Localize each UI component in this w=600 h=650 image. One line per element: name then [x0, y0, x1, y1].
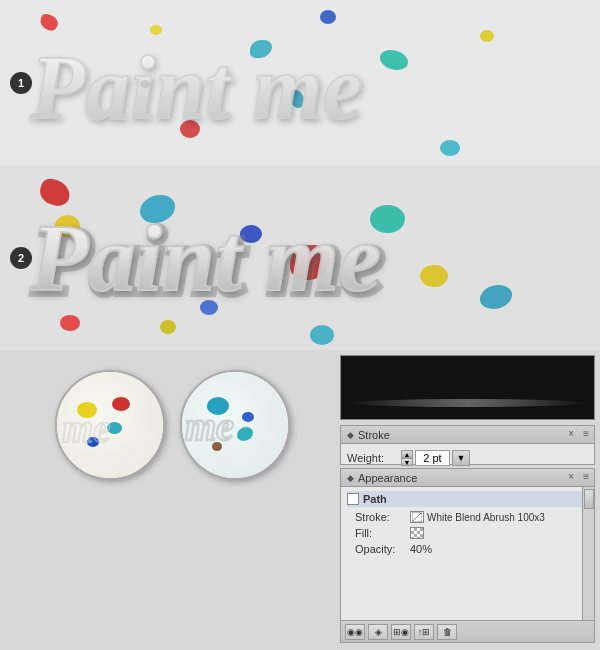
weight-control: ▲ ▼ ▼: [401, 450, 470, 466]
stroke-panel-title: Stroke: [358, 429, 390, 441]
opacity-prop-value: 40%: [410, 543, 432, 555]
appearance-panel-header: ◆ Appearance × ≡: [341, 469, 594, 487]
stroke-prop-label: Stroke:: [355, 511, 410, 523]
stroke-prop-value: White Blend Abrush 100x3: [410, 511, 545, 523]
appearance-diamond-icon: ◆: [347, 473, 354, 483]
black-brush-area: [340, 355, 595, 420]
brush-stroke-line: [351, 399, 584, 407]
svg-text:me: me: [185, 404, 234, 449]
fill-prop-label: Fill:: [355, 527, 410, 539]
step-1-badge: 1: [10, 72, 32, 94]
circle-svg-2: me: [182, 372, 288, 478]
right-panel-area: ◆ Stroke × ≡ Weight: ▲ ▼: [335, 350, 600, 650]
step-2-badge: 2: [10, 247, 32, 269]
toolbar-duplicate-btn[interactable]: ⊞◉: [391, 624, 411, 640]
weight-label: Weight:: [347, 452, 397, 464]
svg-text:Paint me: Paint me: [29, 38, 363, 137]
stroke-diamond-icon: ◆: [347, 430, 354, 440]
stroke-swatch[interactable]: [410, 511, 424, 523]
path-row: Path: [347, 491, 588, 507]
paint-text-1: Paint me: [20, 18, 580, 148]
stroke-swatch-icon: [412, 512, 422, 522]
stroke-panel-close[interactable]: ×: [568, 428, 574, 439]
svg-text:Paint me: Paint me: [29, 205, 381, 311]
toolbar-move-up-btn[interactable]: ↑⊞: [414, 624, 434, 640]
circle-preview-2: me: [180, 370, 290, 480]
fill-swatch[interactable]: [410, 527, 424, 539]
weight-down-btn[interactable]: ▼: [401, 458, 413, 466]
stroke-value-text: White Blend Abrush 100x3: [427, 512, 545, 523]
opacity-property-row: Opacity: 40%: [347, 541, 588, 557]
appearance-panel-toolbar: ◉◉ ◈ ⊞◉ ↑⊞ 🗑: [341, 620, 594, 642]
weight-input[interactable]: [415, 450, 450, 466]
opacity-prop-label: Opacity:: [355, 543, 410, 555]
main-content: 思缘设计论坛 www.MISSVUAN.COM Pai: [0, 0, 600, 650]
circle-preview-1: me: [55, 370, 165, 480]
bottom-section: me me: [0, 350, 600, 650]
appearance-panel-close[interactable]: ×: [568, 471, 574, 482]
stroke-panel: ◆ Stroke × ≡ Weight: ▲ ▼: [340, 425, 595, 465]
stroke-weight-row: Weight: ▲ ▼ ▼: [347, 448, 588, 468]
circle-inner-2: me: [182, 372, 288, 478]
appearance-panel-body: Path Stroke: White Blend: [341, 487, 594, 561]
step-2-section: Paint me Paint me 2: [0, 165, 600, 350]
toolbar-fx-btn[interactable]: ◈: [368, 624, 388, 640]
fill-property-row: Fill:: [347, 525, 588, 541]
fill-prop-value: [410, 527, 424, 539]
paint-text-2: Paint me Paint me: [20, 187, 580, 327]
toolbar-delete-btn[interactable]: 🗑: [437, 624, 457, 640]
step-1-section: Paint me 1: [0, 0, 600, 165]
weight-up-btn[interactable]: ▲: [401, 450, 413, 458]
stroke-property-row: Stroke: White Blend Abrush 100x3: [347, 509, 588, 525]
path-label: Path: [363, 493, 387, 505]
appearance-panel-menu[interactable]: ≡: [583, 471, 589, 482]
circle-svg-1: me: [57, 372, 163, 478]
splat: [310, 325, 334, 345]
svg-text:me: me: [62, 406, 111, 451]
circle-inner-1: me: [57, 372, 163, 478]
toolbar-visibility-btn[interactable]: ◉◉: [345, 624, 365, 640]
appearance-panel-title: Appearance: [358, 472, 417, 484]
stroke-panel-menu[interactable]: ≡: [583, 428, 589, 439]
scroll-track[interactable]: [582, 487, 594, 620]
stroke-panel-header: ◆ Stroke × ≡: [341, 426, 594, 444]
appearance-panel: ◆ Appearance × ≡ Path Stroke:: [340, 468, 595, 643]
weight-dropdown-btn[interactable]: ▼: [452, 450, 470, 466]
weight-arrows[interactable]: ▲ ▼: [401, 450, 413, 466]
scroll-thumb[interactable]: [584, 489, 594, 509]
path-checkbox[interactable]: [347, 493, 359, 505]
